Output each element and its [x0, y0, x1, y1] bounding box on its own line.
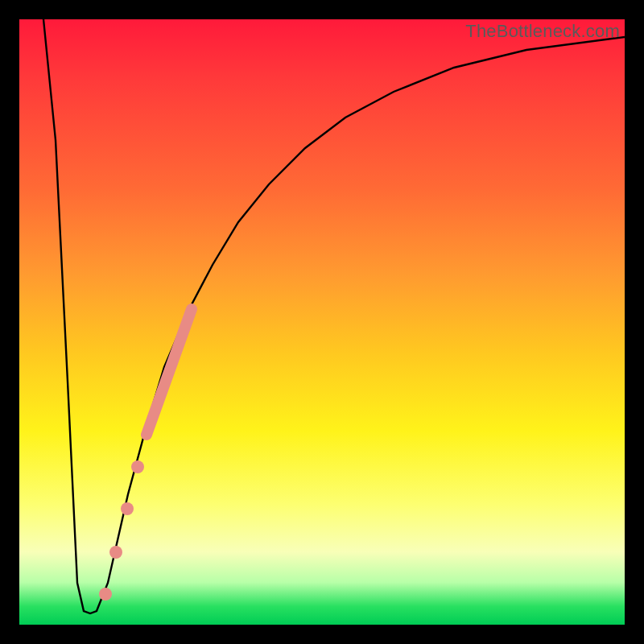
chart-frame: TheBottleneck.com	[0, 0, 644, 644]
bead-3	[121, 502, 134, 515]
bead-2	[109, 546, 122, 559]
bead-1	[99, 588, 112, 601]
bead-4	[131, 460, 144, 473]
bottleneck-curve	[43, 19, 625, 613]
plot-area: TheBottleneck.com	[19, 19, 625, 625]
bead-bar	[147, 309, 192, 435]
chart-overlay	[19, 19, 625, 625]
